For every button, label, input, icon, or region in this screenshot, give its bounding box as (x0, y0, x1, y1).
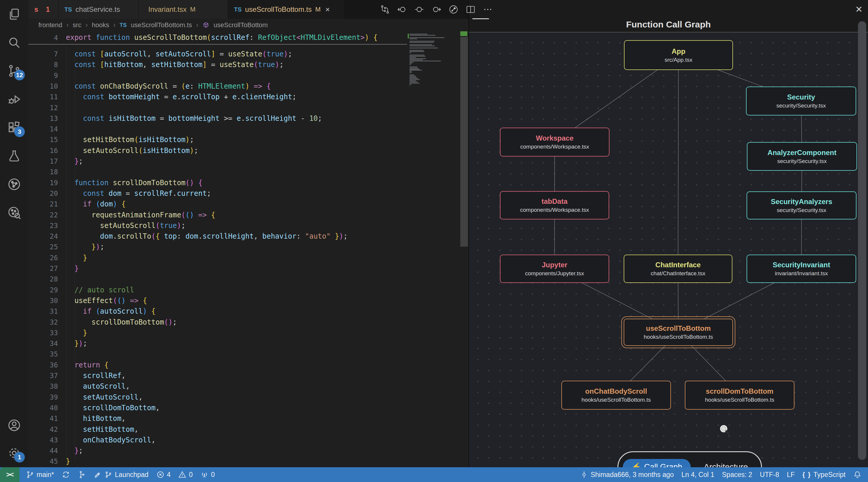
code-line-22[interactable]: 22 requestAnimationFrame(() => { (28, 210, 469, 221)
breadcrumb-item-src[interactable]: src (73, 21, 81, 29)
code-line-9[interactable]: 9 (28, 70, 469, 81)
status-warnings[interactable]: 0 (178, 471, 193, 479)
code-line-36[interactable]: 36 return { (28, 360, 469, 371)
remote-indicator[interactable]: >< (0, 467, 20, 482)
status-cursor-position[interactable]: Ln 4, Col 1 (682, 471, 714, 479)
nav-back-icon[interactable] (397, 4, 407, 14)
status-sync-status[interactable] (62, 471, 70, 479)
graph-node-jupyter[interactable]: Jupytercomponents/Jupyter.tsx (500, 255, 609, 283)
code-line-10[interactable]: 10 const onChatBodyScroll = (e: HTMLElem… (28, 81, 469, 92)
graph-node-app[interactable]: Appsrc/App.tsx (624, 40, 733, 70)
graph-node-secanalyzers[interactable]: SecurityAnalyzerssecurity/Security.tsx (747, 191, 857, 219)
code-line-8[interactable]: 8 const [hitBottom, setHitBottom] = useS… (28, 59, 469, 70)
graph-canvas[interactable]: Appsrc/App.tsxSecuritysecurity/Security.… (469, 33, 868, 467)
status-language-mode[interactable]: { }TypeScript (802, 471, 845, 479)
sidebar-item-testing[interactable] (0, 142, 28, 169)
code-line-33[interactable]: 33 } (28, 327, 469, 339)
code-line-11[interactable]: 11 const bottomHeight = e.scrollTop + e.… (28, 92, 469, 102)
sidebar-item-settings[interactable]: 1 (0, 440, 28, 467)
breadcrumb-file[interactable]: useScrollToBottom.ts (131, 21, 192, 29)
code-line-44[interactable]: 44 }; (28, 445, 469, 456)
tab-useScrollToBottom-ts[interactable]: TSuseScrollToBottom.tsM× (228, 0, 344, 19)
code-line-28[interactable]: 28 (28, 274, 469, 285)
code-line-19[interactable]: 19 function scrollDomToBottom() { (28, 178, 469, 188)
status-indentation[interactable]: Spaces: 2 (722, 471, 752, 479)
graph-node-tabdata[interactable]: tabDatacomponents/Workspace.tsx (500, 191, 609, 219)
code-line-35[interactable]: 35 (28, 349, 469, 360)
graph-node-analyzer[interactable]: AnalyzerComponentsecurity/Security.tsx (747, 142, 857, 171)
code-line-41[interactable]: 41 hitBottom, (28, 413, 469, 424)
breadcrumb-item-frontend[interactable]: frontend (38, 21, 62, 29)
minimap[interactable] (407, 31, 460, 467)
editor-scrollbar-thumb[interactable] (460, 37, 468, 247)
graph-node-scrolldom[interactable]: scrollDomToBottomhooks/useScrollToBottom… (685, 381, 795, 410)
code-line-12[interactable]: 12 (28, 102, 469, 114)
status-errors[interactable]: 4 (156, 471, 171, 479)
panel-close-icon[interactable]: ✕ (855, 4, 863, 14)
code-line-16[interactable]: 16 setAutoScroll(isHitBottom); (28, 145, 469, 156)
graph-node-security[interactable]: Securitysecurity/Security.tsx (746, 87, 856, 116)
status-eol[interactable]: LF (787, 471, 795, 479)
sidebar-item-run-debug[interactable] (0, 86, 28, 113)
status-git-graph-status[interactable] (78, 471, 86, 479)
tab-Invariant-tsx[interactable]: Invariant.tsxM (139, 0, 228, 19)
sidebar-item-source-control[interactable]: 12 (0, 57, 28, 85)
tab-s[interactable]: s1 (28, 0, 59, 19)
status-blame[interactable]: Shimada666, 3 months ago (580, 471, 674, 479)
code-line-7[interactable]: 7 const [autoScroll, setAutoScroll] = us… (28, 49, 469, 60)
code-line-34[interactable]: 34 }); (28, 338, 469, 349)
status-encoding[interactable]: UTF-8 (760, 471, 779, 479)
code-line-32[interactable]: 32 scrollDomToBottom(); (28, 317, 469, 328)
compare-changes-icon[interactable] (380, 4, 390, 14)
status-ports[interactable]: 0 (200, 471, 215, 479)
code-line-43[interactable]: 43 onChatBodyScroll, (28, 435, 469, 446)
split-editor-icon[interactable] (466, 4, 476, 14)
code-line-42[interactable]: 42 setHitBottom, (28, 424, 469, 435)
status-launchpad[interactable]: Launchpad (94, 471, 149, 479)
graph-node-usescroll[interactable]: useScrollToBottomhooks/useScrollToBottom… (624, 319, 733, 346)
sidebar-item-account[interactable] (0, 412, 28, 439)
code-line-45[interactable]: 45 } (28, 456, 469, 467)
graph-node-workspace[interactable]: Workspacecomponents/Workspace.tsx (500, 128, 610, 157)
code-editor[interactable]: 4 export function useScrollToBottom(scro… (28, 31, 469, 467)
status-git-branch-status[interactable]: main* (26, 471, 54, 479)
code-line-29[interactable]: 29 // auto scroll (28, 285, 469, 296)
sidebar-item-graph-analyzer[interactable] (0, 199, 28, 226)
tab-chatService-ts[interactable]: TSchatService.ts (59, 0, 139, 19)
tab-close-icon[interactable]: × (325, 5, 330, 14)
breadcrumb-item-hooks[interactable]: hooks (92, 21, 109, 29)
graph-node-secinvariant[interactable]: SecurityInvariantinvariant/Invariant.tsx (747, 255, 856, 283)
more-actions-icon[interactable] (483, 4, 493, 14)
code-line-21[interactable]: 21 if (dom) { (28, 199, 469, 210)
code-line-17[interactable]: 17 }; (28, 156, 469, 167)
code-line-27[interactable]: 27 } (28, 263, 469, 274)
code-line-38[interactable]: 38 autoScroll, (28, 381, 469, 392)
graph-node-chat[interactable]: ChatInterfacechat/ChatInterface.tsx (624, 255, 733, 283)
code-line-30[interactable]: 30 useEffect(() => { (28, 295, 469, 306)
code-line-14[interactable]: 14 (28, 124, 469, 135)
sidebar-item-extensions[interactable]: 3 (0, 114, 28, 141)
graph-node-onchat[interactable]: onChatBodyScrollhooks/useScrollToBottom.… (561, 381, 671, 410)
sidebar-item-graph-view[interactable] (0, 171, 28, 198)
code-line-31[interactable]: 31 if (autoScroll) { (28, 306, 469, 317)
status-notifications[interactable] (853, 471, 862, 479)
code-line-20[interactable]: 20 const dom = scrollRef.current; (28, 188, 469, 199)
code-line-13[interactable]: 13 const isHitBottom = bottomHeight >= e… (28, 113, 469, 124)
code-line-24[interactable]: 24 dom.scrollTo({ top: dom.scrollHeight,… (28, 231, 469, 242)
sidebar-item-explorer[interactable] (0, 1, 28, 28)
nav-neutral-icon[interactable] (414, 4, 424, 14)
code-line-23[interactable]: 23 setAutoScroll(true); (28, 220, 469, 231)
breadcrumb[interactable]: frontend›src›hooks›TSuseScrollToBottom.t… (28, 19, 469, 31)
breadcrumb-symbol[interactable]: useScrollToBottom (214, 21, 268, 29)
sidebar-item-search[interactable] (0, 29, 28, 56)
code-line-26[interactable]: 26 } (28, 253, 469, 263)
code-line-25[interactable]: 25 }); (28, 242, 469, 253)
code-line-15[interactable]: 15 setHitBottom(isHitBottom); (28, 134, 469, 145)
panel-scrollbar-thumb[interactable] (858, 21, 866, 460)
code-line-40[interactable]: 40 scrollDomToBottom, (28, 403, 469, 414)
code-line-37[interactable]: 37 scrollRef, (28, 371, 469, 381)
code-line-18[interactable]: 18 (28, 167, 469, 178)
code-line-39[interactable]: 39 setAutoScroll, (28, 392, 469, 403)
nav-forward-icon[interactable] (431, 4, 441, 14)
run-graph-icon[interactable] (448, 4, 459, 14)
